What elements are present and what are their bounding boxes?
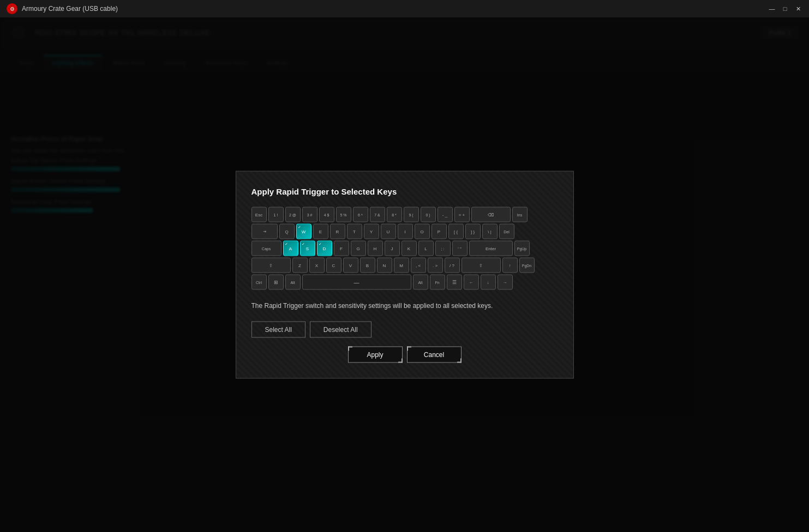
key-m[interactable]: M — [394, 258, 409, 273]
minimize-button[interactable]: — — [768, 4, 776, 13]
key-enter[interactable]: Enter — [469, 241, 513, 256]
key-pgdn[interactable]: PgDn — [519, 258, 535, 273]
key-quote[interactable]: ' " — [452, 241, 468, 256]
select-buttons-row: Select All Deselect All — [251, 322, 558, 338]
key-l[interactable]: L — [418, 241, 434, 256]
key-j[interactable]: J — [385, 241, 400, 256]
app-icon: ⚙ — [7, 3, 17, 14]
key-t[interactable]: T — [347, 224, 362, 239]
key-menu[interactable]: ☰ — [447, 275, 462, 290]
key-shift-right[interactable]: ⇧ — [462, 258, 501, 273]
key-w[interactable]: W — [296, 224, 311, 239]
titlebar-controls: — □ ✕ — [768, 4, 802, 13]
key-o[interactable]: O — [415, 224, 430, 239]
key-semicolon[interactable]: ; : — [435, 241, 451, 256]
titlebar-title: Armoury Crate Gear (USB cable) — [22, 5, 118, 13]
close-button[interactable]: ✕ — [794, 4, 802, 13]
deselect-all-button[interactable]: Deselect All — [310, 322, 371, 338]
key-u[interactable]: U — [381, 224, 396, 239]
key-9[interactable]: 9 ( — [404, 207, 419, 222]
key-up[interactable]: ↑ — [502, 258, 518, 273]
key-0[interactable]: 0 ) — [421, 207, 436, 222]
key-backslash[interactable]: \ | — [482, 224, 498, 239]
key-comma[interactable]: , < — [411, 258, 426, 273]
key-win[interactable]: ⊞ — [268, 275, 284, 290]
key-4[interactable]: 4 $ — [319, 207, 334, 222]
key-rbracket[interactable]: ] } — [465, 224, 481, 239]
key-down[interactable]: ↓ — [481, 275, 496, 290]
modal-info-text: The Rapid Trigger switch and sensitivity… — [251, 301, 558, 311]
action-buttons-row: Apply Cancel — [251, 347, 558, 363]
key-caps[interactable]: Caps — [251, 241, 281, 256]
modal-dialog: Apply Rapid Trigger to Selected Keys Esc… — [236, 171, 574, 379]
key-ctrl-left[interactable]: Ctrl — [251, 275, 267, 290]
select-all-button[interactable]: Select All — [251, 322, 305, 338]
key-pgup[interactable]: PgUp — [514, 241, 530, 256]
key-period[interactable]: . > — [428, 258, 443, 273]
key-i[interactable]: I — [398, 224, 413, 239]
key-k[interactable]: K — [401, 241, 417, 256]
key-right[interactable]: → — [498, 275, 513, 290]
key-z[interactable]: Z — [292, 258, 308, 273]
app-body: ROG STRIX SCOPE NX TKL WIRELESS DELUXE P… — [0, 17, 809, 532]
key-r[interactable]: R — [330, 224, 345, 239]
apply-button[interactable]: Apply — [348, 347, 403, 363]
modal-title: Apply Rapid Trigger to Selected Keys — [251, 187, 558, 196]
keyboard-row-2: ⇥ Q W E R T Y U I O P [ { ] } \ | Del — [251, 224, 558, 239]
key-b[interactable]: B — [360, 258, 375, 273]
keyboard-row-1: Esc 1 ! 2 @ 3 # 4 $ 5 % 6 ^ 7 & 8 * 9 ( … — [251, 207, 558, 222]
key-8[interactable]: 8 * — [387, 207, 402, 222]
key-slash[interactable]: / ? — [445, 258, 460, 273]
key-g[interactable]: G — [351, 241, 366, 256]
key-f[interactable]: F — [334, 241, 349, 256]
key-backspace[interactable]: ⌫ — [471, 207, 511, 222]
key-2[interactable]: 2 @ — [285, 207, 301, 222]
key-c[interactable]: C — [326, 258, 341, 273]
keyboard-row-3: Caps A S D F G H J K L ; : ' " Enter PgU… — [251, 241, 558, 256]
key-shift-left[interactable]: ⇧ — [251, 258, 291, 273]
key-n[interactable]: N — [377, 258, 392, 273]
key-left[interactable]: ← — [464, 275, 479, 290]
titlebar-left: ⚙ Armoury Crate Gear (USB cable) — [7, 3, 118, 14]
keyboard-layout: Esc 1 ! 2 @ 3 # 4 $ 5 % 6 ^ 7 & 8 * 9 ( … — [251, 207, 558, 290]
key-ins[interactable]: Ins — [512, 207, 528, 222]
key-3[interactable]: 3 # — [302, 207, 317, 222]
key-y[interactable]: Y — [364, 224, 379, 239]
cancel-button[interactable]: Cancel — [407, 347, 462, 363]
key-minus[interactable]: - _ — [438, 207, 453, 222]
key-space[interactable]: — — [302, 275, 411, 290]
keyboard-row-5: Ctrl ⊞ Alt — Alt Fn ☰ ← ↓ → — [251, 275, 558, 290]
key-v[interactable]: V — [343, 258, 358, 273]
key-equals[interactable]: = + — [454, 207, 470, 222]
key-e[interactable]: E — [313, 224, 328, 239]
key-h[interactable]: H — [368, 241, 383, 256]
key-esc[interactable]: Esc — [251, 207, 267, 222]
key-q[interactable]: Q — [279, 224, 295, 239]
key-fn[interactable]: Fn — [430, 275, 445, 290]
key-6[interactable]: 6 ^ — [353, 207, 368, 222]
key-5[interactable]: 5 % — [336, 207, 351, 222]
maximize-button[interactable]: □ — [781, 4, 789, 13]
key-s[interactable]: S — [300, 241, 315, 256]
keyboard-row-4: ⇧ Z X C V B N M , < . > / ? ⇧ ↑ PgDn — [251, 258, 558, 273]
key-alt-right[interactable]: Alt — [413, 275, 428, 290]
key-1[interactable]: 1 ! — [268, 207, 284, 222]
key-lbracket[interactable]: [ { — [448, 224, 464, 239]
key-x[interactable]: X — [309, 258, 325, 273]
key-tab[interactable]: ⇥ — [251, 224, 278, 239]
key-d[interactable]: D — [317, 241, 332, 256]
key-a[interactable]: A — [283, 241, 298, 256]
key-del[interactable]: Del — [499, 224, 514, 239]
key-p[interactable]: P — [432, 224, 447, 239]
key-7[interactable]: 7 & — [370, 207, 385, 222]
titlebar: ⚙ Armoury Crate Gear (USB cable) — □ ✕ — [0, 0, 809, 17]
key-alt-left[interactable]: Alt — [285, 275, 301, 290]
